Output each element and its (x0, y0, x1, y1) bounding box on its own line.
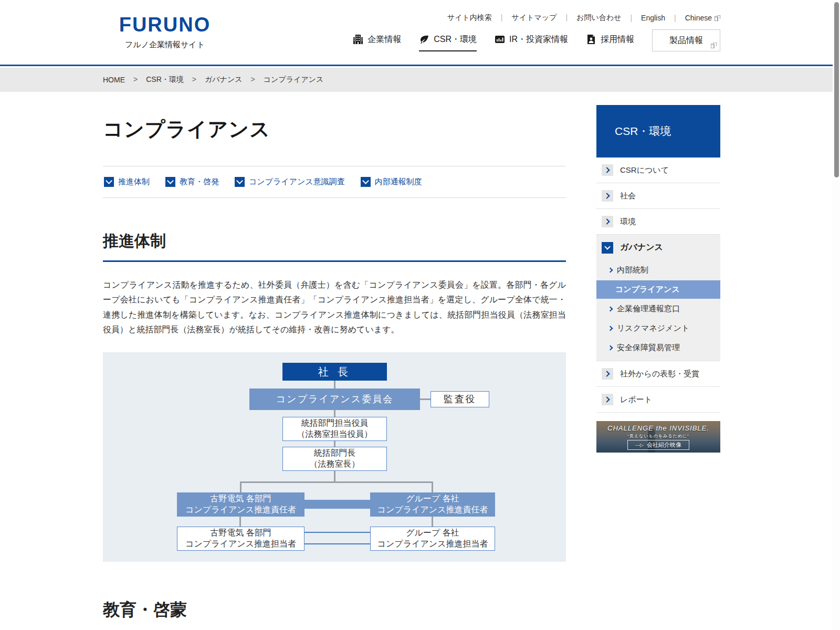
connector-line (420, 398, 430, 400)
section-heading-promotion: 推進体制 (103, 230, 566, 262)
section-heading-education: 教育・啓蒙 (103, 598, 566, 622)
breadcrumb: HOME CSR・環境 ガバナンス コンプライアンス (0, 68, 840, 92)
connector-line (334, 441, 335, 447)
nav-label: IR・投資家情報 (509, 34, 568, 45)
chart-box-president: 社 長 (282, 363, 387, 381)
product-info-button[interactable]: 製品情報 (652, 29, 720, 51)
sidebar-subitem-ethics-hotline[interactable]: 企業倫理通報窓口 (596, 299, 720, 319)
chevron-down-icon (361, 177, 371, 187)
main-content: コンプライアンス 推進体制 教育・啓発 コンプライアンス意識調査 内部通報制度 … (103, 92, 566, 622)
sidebar-item-report[interactable]: レポート (596, 387, 720, 413)
leaf-icon (419, 34, 429, 45)
sidebar: CSR・環境 CSRについて 社会 環境 ガバナンス 内部統制 コンプライアンス… (596, 105, 720, 453)
scrollbar-thumb[interactable] (834, 2, 839, 177)
sidebar-item-about-csr[interactable]: CSRについて (596, 158, 720, 183)
external-link-icon (715, 15, 720, 21)
external-link-icon (711, 43, 717, 48)
banner-subline: “見えないものをみるために” (627, 433, 689, 439)
banner-video-link: 会社紹介映像 (627, 440, 689, 450)
chart-box-auditor: 監査役 (430, 391, 489, 407)
utility-link-chinese[interactable]: Chinese (665, 14, 720, 22)
page-title: コンプライアンス (103, 116, 566, 143)
recruit-document-icon (586, 34, 596, 45)
site-header: FURUNO フルノ企業情報サイト サイト内検索 サイトマップ お問い合わせ E… (0, 0, 840, 66)
sidebar-group-governance: ガバナンス 内部統制 コンプライアンス 企業倫理通報窓口 リスクマネジメント 安… (596, 235, 720, 361)
connector-line (432, 481, 433, 492)
connector-line (334, 471, 335, 482)
chart-box-furuno-staff: 古野電気 各部門コンプライアンス推進担当者 (177, 527, 304, 551)
connector-band (304, 500, 370, 509)
chevron-down-icon (104, 177, 114, 187)
product-info-label: 製品情報 (669, 35, 703, 46)
sidebar-subitem-risk-management[interactable]: リスクマネジメント (596, 319, 720, 338)
chevron-right-icon (602, 394, 613, 405)
chart-box-group-staff: グループ 各社コンプライアンス推進担当者 (370, 527, 495, 551)
nav-item-ir[interactable]: IR・投資家情報 (495, 34, 568, 47)
sidebar-subitem-compliance[interactable]: コンプライアンス (596, 280, 720, 299)
main-nav: 企業情報 CSR・環境 IR・投資家情報 採用情報 製品情報 (353, 29, 720, 51)
connector-line (240, 481, 242, 492)
building-icon (353, 34, 363, 45)
utility-nav: サイト内検索 サイトマップ お問い合わせ English Chinese (447, 13, 720, 23)
chart-box-manager: 統括部門長（法務室長） (282, 447, 387, 471)
furuno-logo[interactable]: FURUNO (102, 14, 228, 36)
chevron-down-icon (602, 242, 613, 254)
utility-link-contact[interactable]: お問い合わせ (556, 13, 621, 23)
sidebar-title[interactable]: CSR・環境 (596, 105, 720, 158)
sidebar-item-awards[interactable]: 社外からの表彰・受賞 (596, 361, 720, 387)
connector-line (304, 543, 370, 544)
chevron-down-icon (235, 177, 245, 187)
nav-label: 企業情報 (368, 34, 401, 45)
nav-item-corporate[interactable]: 企業情報 (353, 34, 401, 47)
nav-label: CSR・環境 (434, 34, 477, 45)
connector-line (304, 532, 370, 533)
sidebar-item-governance[interactable]: ガバナンス (596, 235, 720, 260)
chart-box-officer: 統括部門担当役員（法務室担当役員） (282, 417, 387, 441)
sidebar-item-environment[interactable]: 環境 (596, 209, 720, 235)
anchor-awareness-survey[interactable]: コンプライアンス意識調査 (235, 177, 345, 187)
nav-item-recruit[interactable]: 採用情報 (586, 34, 634, 47)
nav-label: 採用情報 (601, 34, 634, 45)
chart-icon (495, 34, 505, 45)
breadcrumb-csr[interactable]: CSR・環境 (125, 75, 184, 85)
breadcrumb-home[interactable]: HOME (103, 76, 125, 84)
org-chart: 社 長 コンプライアンス委員会 監査役 統括部門担当役員（法務室担当役員） 統括… (103, 352, 566, 562)
chevron-right-icon (602, 190, 613, 202)
connector-line (334, 410, 335, 417)
utility-link-site-search[interactable]: サイト内検索 (447, 13, 492, 23)
breadcrumb-compliance: コンプライアンス (243, 75, 324, 85)
chevron-right-icon (602, 216, 613, 227)
anchor-education[interactable]: 教育・啓発 (165, 177, 219, 187)
connector-line (432, 517, 433, 527)
anchor-whistleblowing[interactable]: 内部通報制度 (361, 177, 422, 187)
company-video-banner[interactable]: CHALLENGE the INVISIBLE. “見えないものをみるために” … (596, 421, 720, 453)
play-icon (635, 442, 644, 448)
utility-link-sitemap[interactable]: サイトマップ (492, 13, 557, 23)
scrollbar-track[interactable] (833, 0, 840, 630)
connector-line (240, 481, 433, 483)
sidebar-subitem-internal-control[interactable]: 内部統制 (596, 260, 720, 280)
chevron-down-icon (165, 177, 175, 187)
chart-box-group-promoter: グループ 各社コンプライアンス推進責任者 (370, 492, 495, 517)
breadcrumb-governance[interactable]: ガバナンス (184, 75, 243, 85)
section-body-text: コンプライアンス活動を推進するため、社外委員（弁護士）を含む「コンプライアンス委… (103, 278, 566, 338)
chart-box-furuno-promoter: 古野電気 各部門コンプライアンス推進責任者 (177, 492, 304, 517)
nav-item-csr[interactable]: CSR・環境 (419, 34, 477, 47)
chevron-right-icon (602, 164, 613, 176)
site-name: フルノ企業情報サイト (102, 40, 228, 50)
chart-box-committee: コンプライアンス委員会 (249, 388, 420, 410)
sidebar-item-society[interactable]: 社会 (596, 183, 720, 209)
utility-link-english[interactable]: English (621, 14, 665, 22)
sidebar-subitem-security-trade[interactable]: 安全保障貿易管理 (596, 338, 720, 358)
connector-line (239, 517, 241, 527)
chevron-right-icon (602, 368, 613, 380)
banner-headline: CHALLENGE the INVISIBLE. (607, 424, 709, 432)
anchor-links: 推進体制 教育・啓発 コンプライアンス意識調査 内部通報制度 (103, 166, 566, 198)
anchor-promotion-system[interactable]: 推進体制 (104, 177, 150, 187)
connector-line (334, 381, 335, 388)
